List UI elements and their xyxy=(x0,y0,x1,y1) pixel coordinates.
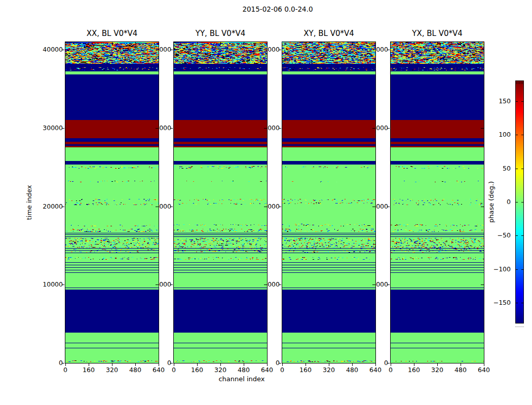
x-tick-mark-top xyxy=(112,42,112,45)
x-tick-label: 160 xyxy=(299,366,312,374)
x-tick-mark-top xyxy=(437,42,438,45)
y-tick-mark-right xyxy=(264,285,267,285)
y-tick-mark xyxy=(62,50,64,50)
y-tick-mark xyxy=(279,363,281,363)
y-tick-label: 0 xyxy=(33,359,63,367)
y-tick-mark xyxy=(387,128,390,129)
x-tick-label: 640 xyxy=(478,366,490,374)
x-tick-label: 320 xyxy=(106,366,118,374)
x-tick-mark-top xyxy=(461,42,461,45)
x-tick-label: 0 xyxy=(389,366,393,374)
x-tick-mark xyxy=(220,363,221,366)
heatmap-image-2 xyxy=(282,42,375,363)
y-tick-mark-right xyxy=(156,207,159,207)
x-tick-label: 160 xyxy=(191,366,203,374)
x-tick-mark-top xyxy=(414,42,414,45)
heatmap-panel-yx xyxy=(390,42,484,363)
panel-title-3: YX, BL V0*V4 xyxy=(391,29,484,38)
x-tick-mark xyxy=(375,363,376,366)
colorbar-tick-mark xyxy=(521,202,523,202)
x-tick-mark xyxy=(461,363,461,366)
heatmap-panel-yy xyxy=(173,42,268,363)
colorbar-bottom-dots xyxy=(515,327,524,328)
x-axis-label: channel index xyxy=(191,375,292,383)
x-tick-mark xyxy=(414,363,414,366)
y-tick-mark xyxy=(387,363,390,363)
colorbar-tick-label: 50 xyxy=(487,165,511,173)
y-tick-mark-right xyxy=(481,285,484,285)
x-tick-label: 160 xyxy=(408,366,420,374)
y-tick-mark xyxy=(170,285,173,285)
y-tick-mark xyxy=(279,50,281,50)
x-tick-label: 320 xyxy=(214,366,226,374)
x-tick-mark xyxy=(484,363,484,366)
y-tick-mark-right xyxy=(372,128,375,129)
y-tick-mark xyxy=(170,207,173,207)
x-tick-label: 320 xyxy=(323,366,335,374)
figure-title: 2015-02-06 0.0-24.0 xyxy=(202,5,354,13)
x-tick-mark xyxy=(391,363,391,366)
colorbar-tick-mark xyxy=(516,135,518,135)
x-tick-mark-top xyxy=(135,42,136,45)
y-tick-mark-right xyxy=(156,285,159,285)
x-tick-mark xyxy=(329,363,329,366)
x-tick-label: 480 xyxy=(238,366,250,374)
colorbar-tick-mark xyxy=(521,135,523,135)
colorbar-tick-mark xyxy=(516,235,518,236)
y-tick-mark-right xyxy=(264,50,267,50)
y-tick-mark xyxy=(279,207,281,207)
heatmap-image-0 xyxy=(65,42,159,363)
heatmap-image-3 xyxy=(391,42,484,363)
y-tick-label: 40000 xyxy=(33,46,63,54)
y-tick-mark xyxy=(62,207,64,207)
heatmap-image-1 xyxy=(174,42,267,363)
x-tick-mark xyxy=(197,363,198,366)
colorbar-tick-mark xyxy=(521,235,523,236)
x-tick-mark-top xyxy=(352,42,353,45)
y-tick-mark xyxy=(170,50,173,50)
x-tick-mark xyxy=(65,363,66,366)
colorbar-tick-label: 100 xyxy=(487,131,511,139)
y-tick-mark xyxy=(62,128,64,129)
colorbar-tick-mark xyxy=(521,303,523,303)
x-tick-label: 0 xyxy=(63,366,67,374)
x-tick-mark-top xyxy=(329,42,329,45)
y-axis-label: time index xyxy=(25,185,33,220)
x-tick-label: 320 xyxy=(431,366,443,374)
colorbar-tick-label: 0 xyxy=(487,198,511,206)
x-tick-label: 640 xyxy=(261,366,273,374)
colorbar-tick-label: 150 xyxy=(487,97,511,105)
x-tick-mark-top xyxy=(220,42,221,45)
figure-canvas: 2015-02-06 0.0-24.0 XX, BL V0*V401000020… xyxy=(0,0,532,405)
y-tick-label: 20000 xyxy=(33,202,63,211)
y-tick-mark-right xyxy=(481,50,484,50)
x-tick-mark xyxy=(135,363,136,366)
y-tick-mark xyxy=(170,128,173,129)
x-tick-mark-top xyxy=(89,42,89,45)
colorbar-tick-label: −150 xyxy=(487,299,511,307)
x-tick-label: 480 xyxy=(454,366,467,374)
x-tick-mark xyxy=(437,363,438,366)
colorbar-tick-mark xyxy=(516,202,518,202)
colorbar-tick-mark xyxy=(521,169,523,169)
y-tick-mark-right xyxy=(372,50,375,50)
x-tick-mark-top xyxy=(244,42,244,45)
y-tick-mark xyxy=(387,285,390,285)
y-tick-mark xyxy=(170,363,173,363)
heatmap-panel-xy xyxy=(282,42,376,363)
x-tick-mark xyxy=(352,363,353,366)
x-tick-mark xyxy=(112,363,112,366)
heatmap-panel-xx xyxy=(65,42,159,363)
x-tick-mark xyxy=(267,363,268,366)
panel-title-1: YY, BL V0*V4 xyxy=(174,29,267,38)
x-tick-label: 640 xyxy=(153,366,165,374)
x-tick-mark-top xyxy=(306,42,306,45)
colorbar-tick-label: −100 xyxy=(487,265,511,273)
colorbar-tick-label: −50 xyxy=(487,231,511,239)
y-tick-mark-right xyxy=(481,128,484,129)
y-tick-label: 10000 xyxy=(33,280,63,289)
y-tick-mark xyxy=(62,285,64,285)
x-tick-mark-top xyxy=(197,42,198,45)
x-tick-mark xyxy=(244,363,244,366)
x-tick-mark xyxy=(282,363,283,366)
